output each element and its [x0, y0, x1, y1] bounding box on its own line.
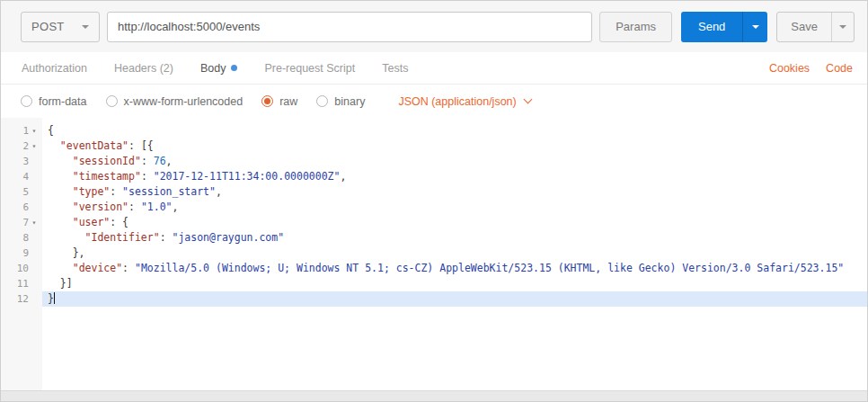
tab-tests[interactable]: Tests: [368, 52, 421, 84]
gutter-line: 4: [1, 169, 42, 184]
code-area[interactable]: { "eventData": [{ "sessionId": 76, "time…: [42, 118, 867, 390]
tab-label: Body: [200, 62, 226, 75]
url-input[interactable]: [107, 12, 592, 42]
fold-toggle-icon[interactable]: ▾: [29, 123, 40, 138]
body-mode-raw[interactable]: raw: [261, 95, 297, 108]
chevron-down-icon: [752, 25, 759, 29]
radio-label: binary: [334, 95, 365, 108]
gutter-line: 9: [1, 246, 42, 261]
code-line-1[interactable]: {: [42, 123, 867, 138]
code-line-8[interactable]: "Identifier": "jason@raygun.com": [42, 230, 867, 246]
request-bar: POST Params Send Save: [1, 1, 867, 52]
line-number: 9: [7, 246, 29, 261]
line-number-gutter: 1▾2▾34567▾89101112: [1, 118, 42, 390]
send-label: Send: [698, 20, 725, 33]
body-mode-options: form-datax-www-form-urlencodedrawbinary: [21, 95, 384, 108]
code-line-5[interactable]: "type": "session_start",: [42, 184, 867, 200]
save-button-group: Save: [776, 12, 855, 42]
gutter-line: 10: [1, 261, 42, 276]
radio-label: x-www-form-urlencoded: [124, 95, 244, 108]
line-number: 3: [7, 154, 29, 169]
tab-label: Headers (2): [114, 62, 173, 75]
line-number: 2: [7, 138, 29, 154]
line-number: 5: [7, 184, 29, 200]
tab-label: Tests: [382, 62, 408, 75]
gutter-line: 12: [1, 291, 42, 307]
body-mode-x-www-form-urlencoded[interactable]: x-www-form-urlencoded: [106, 95, 244, 108]
line-number: 12: [7, 291, 29, 307]
raw-body-editor[interactable]: 1▾2▾34567▾89101112 { "eventData": [{ "se…: [1, 118, 867, 390]
code-line-10[interactable]: "device": "Mozilla/5.0 (Windows; U; Wind…: [42, 261, 867, 276]
line-number: 6: [7, 200, 29, 215]
radio-selected-icon: [261, 95, 273, 107]
code-link[interactable]: Code: [826, 62, 853, 75]
line-number: 4: [7, 169, 29, 184]
code-line-6[interactable]: "version": "1.0",: [42, 200, 867, 215]
gutter-line: 2▾: [1, 138, 42, 154]
code-line-9[interactable]: },: [42, 246, 867, 261]
radio-icon: [21, 95, 32, 107]
code-line-3[interactable]: "sessionId": 76,: [42, 154, 867, 169]
body-mode-row: form-datax-www-form-urlencodedrawbinary …: [1, 85, 867, 118]
method-select[interactable]: POST: [21, 12, 100, 42]
tab-label: Authorization: [22, 62, 87, 75]
footer-strip: [1, 390, 867, 401]
gutter-line: 6: [1, 200, 42, 215]
line-number: 8: [7, 230, 29, 246]
params-button[interactable]: Params: [599, 12, 672, 42]
tab-headers-2[interactable]: Headers (2): [101, 52, 187, 84]
cookies-link[interactable]: Cookies: [769, 62, 810, 75]
request-builder-panel: POST Params Send Save AuthorizationHeade…: [0, 0, 868, 402]
chevron-down-icon: [523, 95, 532, 104]
line-number: 10: [7, 261, 29, 276]
params-label: Params: [616, 20, 656, 33]
code-line-2[interactable]: "eventData": [{: [42, 138, 867, 154]
content-type-label: JSON (application/json): [398, 95, 516, 108]
send-options-button[interactable]: [742, 12, 767, 42]
gutter-line: 8: [1, 230, 42, 246]
line-number: 7: [7, 215, 29, 230]
save-button[interactable]: Save: [777, 13, 831, 41]
gutter-line: 1▾: [1, 123, 42, 138]
fold-toggle-icon[interactable]: ▾: [29, 215, 40, 230]
tabs-right: Cookies Code: [769, 62, 853, 75]
content-type-select[interactable]: JSON (application/json): [398, 95, 530, 108]
chevron-down-icon: [839, 25, 846, 29]
gutter-line: 7▾: [1, 215, 42, 230]
send-button-group: Send: [681, 12, 767, 42]
fold-toggle-icon[interactable]: ▾: [29, 138, 40, 154]
code-line-11[interactable]: }]: [42, 276, 867, 291]
line-number: 1: [7, 123, 29, 138]
save-options-button[interactable]: [831, 13, 854, 41]
code-line-12[interactable]: }: [42, 291, 867, 307]
body-mode-binary[interactable]: binary: [316, 95, 365, 108]
radio-icon: [106, 95, 118, 107]
radio-icon: [316, 95, 328, 107]
body-mode-form-data[interactable]: form-data: [21, 95, 87, 108]
code-line-7[interactable]: "user": {: [42, 215, 867, 230]
radio-label: form-data: [39, 95, 87, 108]
gutter-line: 5: [1, 184, 42, 200]
radio-label: raw: [279, 95, 297, 108]
send-button[interactable]: Send: [681, 12, 742, 42]
line-number: 11: [7, 276, 29, 291]
gutter-line: 3: [1, 154, 42, 169]
tab-pre-request-script[interactable]: Pre-request Script: [251, 52, 368, 84]
request-tabs-row: AuthorizationHeaders (2)BodyPre-request …: [1, 52, 867, 85]
tab-authorization[interactable]: Authorization: [8, 52, 101, 84]
text-cursor: [54, 292, 55, 304]
body-content-dot: [231, 65, 237, 71]
save-label: Save: [791, 20, 818, 33]
tabs-left: AuthorizationHeaders (2)BodyPre-request …: [8, 52, 421, 84]
chevron-down-icon: [82, 25, 89, 29]
gutter-line: 11: [1, 276, 42, 291]
code-line-4[interactable]: "timestamp": "2017-12-11T11:34:00.000000…: [42, 169, 867, 184]
tab-label: Pre-request Script: [264, 62, 355, 75]
method-label: POST: [31, 20, 65, 33]
tab-body[interactable]: Body: [187, 52, 252, 84]
